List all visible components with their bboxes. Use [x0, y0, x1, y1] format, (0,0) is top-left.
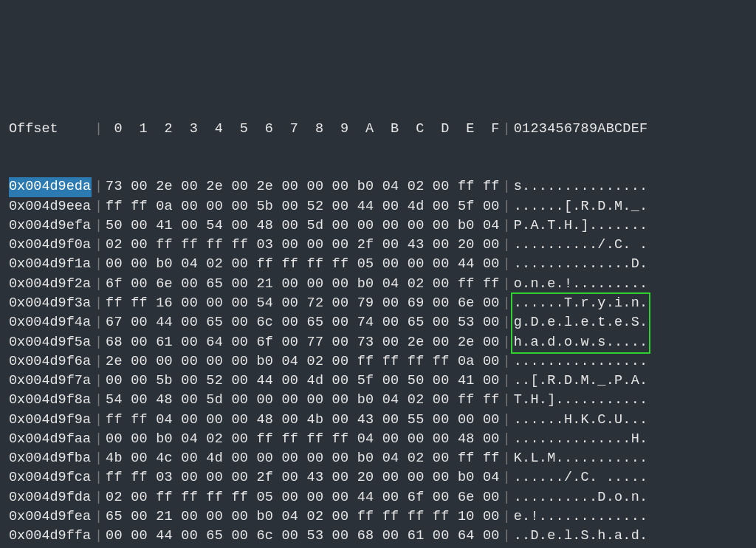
offset-cell[interactable]: 0x004d9f2a: [9, 275, 92, 294]
separator-icon: |: [92, 255, 106, 274]
ascii-cell[interactable]: ..[.R.D.M._.P.A.: [514, 371, 648, 391]
separator-icon: |: [500, 120, 514, 139]
hex-row[interactable]: 0x004d9fca|ff ff 03 00 00 00 2f 00 43 00…: [9, 468, 750, 487]
offset-cell[interactable]: 0x004d9f7a: [9, 371, 92, 391]
ascii-cell[interactable]: P.A.T.H.].......: [514, 216, 648, 236]
separator-icon: |: [92, 197, 106, 216]
bytes-cell[interactable]: 6f 00 6e 00 65 00 21 00 00 00 b0 04 02 0…: [106, 275, 500, 294]
ascii-cell[interactable]: ......[.R.D.M._.: [514, 197, 648, 216]
separator-icon: |: [92, 275, 106, 294]
ascii-cell[interactable]: K.L.M...........: [514, 449, 648, 468]
hex-row[interactable]: 0x004d9f3a|ff ff 16 00 00 00 54 00 72 00…: [9, 294, 750, 313]
ascii-cell[interactable]: ..............D.: [514, 255, 648, 274]
hex-rows[interactable]: 0x004d9eda|73 00 2e 00 2e 00 2e 00 00 00…: [9, 177, 750, 548]
bytes-cell[interactable]: 00 00 44 00 65 00 6c 00 53 00 68 00 61 0…: [106, 527, 500, 546]
separator-icon: |: [500, 449, 514, 468]
hex-row[interactable]: 0x004d9eda|73 00 2e 00 2e 00 2e 00 00 00…: [9, 177, 750, 196]
offset-cell[interactable]: 0x004d9fba: [9, 449, 92, 468]
hex-row[interactable]: 0x004d9fea|65 00 21 00 00 00 b0 04 02 00…: [9, 507, 750, 527]
hex-row[interactable]: 0x004d9ffa|00 00 44 00 65 00 6c 00 53 00…: [9, 527, 750, 546]
offset-cell[interactable]: 0x004d9f8a: [9, 391, 92, 410]
separator-icon: |: [500, 391, 514, 410]
offset-cell[interactable]: 0x004d9f0a: [9, 236, 92, 255]
separator-icon: |: [92, 294, 106, 313]
hex-row[interactable]: 0x004d9fda|02 00 ff ff ff ff 05 00 00 00…: [9, 488, 750, 507]
bytes-cell[interactable]: 02 00 ff ff ff ff 03 00 00 00 2f 00 43 0…: [106, 236, 500, 255]
offset-cell[interactable]: 0x004d9efa: [9, 216, 92, 236]
hex-row[interactable]: 0x004d9f8a|54 00 48 00 5d 00 00 00 00 00…: [9, 391, 750, 410]
ascii-cell[interactable]: o.n.e.!.........: [514, 275, 648, 294]
ascii-cell[interactable]: ..........D.o.n.: [514, 488, 648, 507]
separator-icon: |: [500, 333, 514, 352]
hex-row[interactable]: 0x004d9f6a|2e 00 00 00 00 00 b0 04 02 00…: [9, 352, 750, 371]
offset-header: Offset: [9, 120, 92, 139]
offset-cell[interactable]: 0x004d9ffa: [9, 527, 92, 546]
bytes-cell[interactable]: 02 00 ff ff ff ff 05 00 00 00 44 00 6f 0…: [106, 488, 500, 507]
ascii-cell[interactable]: T.H.]...........: [514, 391, 648, 410]
bytes-cell[interactable]: ff ff 0a 00 00 00 5b 00 52 00 44 00 4d 0…: [106, 197, 500, 216]
bytes-cell[interactable]: 54 00 48 00 5d 00 00 00 00 00 b0 04 02 0…: [106, 391, 500, 410]
separator-icon: |: [92, 411, 106, 430]
bytes-cell[interactable]: 2e 00 00 00 00 00 b0 04 02 00 ff ff ff f…: [106, 352, 500, 371]
hex-row[interactable]: 0x004d9fba|4b 00 4c 00 4d 00 00 00 00 00…: [9, 449, 750, 468]
ascii-cell[interactable]: ......T.r.y.i.n.: [514, 294, 648, 313]
bytes-cell[interactable]: ff ff 16 00 00 00 54 00 72 00 79 00 69 0…: [106, 294, 500, 313]
separator-icon: |: [500, 430, 514, 449]
offset-cell[interactable]: 0x004d9eda: [9, 177, 92, 196]
offset-cell[interactable]: 0x004d9f9a: [9, 411, 92, 430]
bytes-cell[interactable]: 67 00 44 00 65 00 6c 00 65 00 74 00 65 0…: [106, 313, 500, 332]
separator-icon: |: [92, 236, 106, 255]
ascii-cell[interactable]: ....../.C. .....: [514, 468, 648, 487]
bytes-cell[interactable]: ff ff 04 00 00 00 48 00 4b 00 43 00 55 0…: [106, 411, 500, 430]
separator-icon: |: [92, 177, 106, 196]
bytes-cell[interactable]: 00 00 b0 04 02 00 ff ff ff ff 05 00 00 0…: [106, 255, 500, 274]
offset-cell[interactable]: 0x004d9f1a: [9, 255, 92, 274]
offset-cell[interactable]: 0x004d9f4a: [9, 313, 92, 332]
offset-cell[interactable]: 0x004d9eea: [9, 197, 92, 216]
bytes-cell[interactable]: ff ff 03 00 00 00 2f 00 43 00 20 00 00 0…: [106, 468, 500, 487]
bytes-cell[interactable]: 00 00 5b 00 52 00 44 00 4d 00 5f 00 50 0…: [106, 371, 500, 391]
hex-row[interactable]: 0x004d9f2a|6f 00 6e 00 65 00 21 00 00 00…: [9, 275, 750, 294]
offset-cell[interactable]: 0x004d9f3a: [9, 294, 92, 313]
offset-cell[interactable]: 0x004d9fda: [9, 488, 92, 507]
ascii-cell[interactable]: ..D.e.l.S.h.a.d.: [514, 527, 648, 546]
ascii-cell[interactable]: h.a.d.o.w.s.....: [514, 333, 648, 352]
separator-icon: |: [500, 294, 514, 313]
hex-viewer: Offset | 0 1 2 3 4 5 6 7 8 9 A B C D E F…: [0, 78, 756, 548]
separator-icon: |: [92, 313, 106, 332]
hex-row[interactable]: 0x004d9f1a|00 00 b0 04 02 00 ff ff ff ff…: [9, 255, 750, 274]
separator-icon: |: [500, 411, 514, 430]
offset-cell[interactable]: 0x004d9faa: [9, 430, 92, 449]
separator-icon: |: [92, 430, 106, 449]
offset-cell[interactable]: 0x004d9f6a: [9, 352, 92, 371]
separator-icon: |: [500, 275, 514, 294]
ascii-cell[interactable]: s...............: [514, 177, 648, 196]
ascii-cell[interactable]: ......H.K.C.U...: [514, 411, 648, 430]
offset-cell[interactable]: 0x004d9f5a: [9, 333, 92, 352]
ascii-cell[interactable]: g.D.e.l.e.t.e.S.: [514, 313, 648, 332]
ascii-cell[interactable]: ..............H.: [514, 430, 648, 449]
offset-cell[interactable]: 0x004d9fea: [9, 507, 92, 527]
hex-row[interactable]: 0x004d9eea|ff ff 0a 00 00 00 5b 00 52 00…: [9, 197, 750, 216]
separator-icon: |: [92, 468, 106, 487]
hex-row[interactable]: 0x004d9f9a|ff ff 04 00 00 00 48 00 4b 00…: [9, 411, 750, 430]
bytes-cell[interactable]: 68 00 61 00 64 00 6f 00 77 00 73 00 2e 0…: [106, 333, 500, 352]
bytes-cell[interactable]: 4b 00 4c 00 4d 00 00 00 00 00 b0 04 02 0…: [106, 449, 500, 468]
hex-row[interactable]: 0x004d9f7a|00 00 5b 00 52 00 44 00 4d 00…: [9, 371, 750, 391]
ascii-columns-header: 0123456789ABCDEF: [514, 120, 648, 139]
hex-row[interactable]: 0x004d9f0a|02 00 ff ff ff ff 03 00 00 00…: [9, 236, 750, 255]
offset-cell[interactable]: 0x004d9fca: [9, 468, 92, 487]
hex-row[interactable]: 0x004d9faa|00 00 b0 04 02 00 ff ff ff ff…: [9, 430, 750, 449]
byte-columns-header: 0 1 2 3 4 5 6 7 8 9 A B C D E F: [106, 120, 500, 139]
ascii-cell[interactable]: ................: [514, 352, 648, 371]
bytes-cell[interactable]: 50 00 41 00 54 00 48 00 5d 00 00 00 00 0…: [106, 216, 500, 236]
hex-row[interactable]: 0x004d9f4a|67 00 44 00 65 00 6c 00 65 00…: [9, 313, 750, 332]
hex-row[interactable]: 0x004d9f5a|68 00 61 00 64 00 6f 00 77 00…: [9, 333, 750, 352]
separator-icon: |: [500, 527, 514, 546]
bytes-cell[interactable]: 73 00 2e 00 2e 00 2e 00 00 00 b0 04 02 0…: [106, 177, 500, 196]
ascii-cell[interactable]: e.!.............: [514, 507, 648, 527]
hex-row[interactable]: 0x004d9efa|50 00 41 00 54 00 48 00 5d 00…: [9, 216, 750, 236]
ascii-cell[interactable]: ........../.C. .: [514, 236, 648, 255]
bytes-cell[interactable]: 65 00 21 00 00 00 b0 04 02 00 ff ff ff f…: [106, 507, 500, 527]
bytes-cell[interactable]: 00 00 b0 04 02 00 ff ff ff ff 04 00 00 0…: [106, 430, 500, 449]
